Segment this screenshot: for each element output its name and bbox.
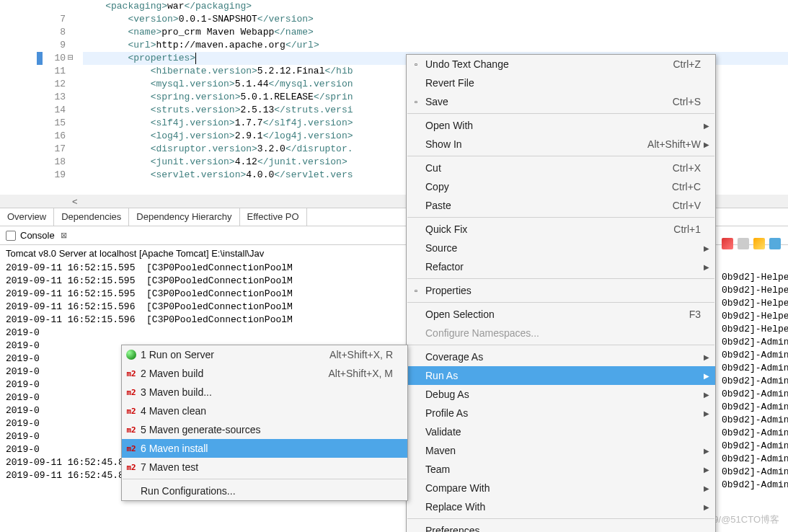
- menu-item-open-with[interactable]: Open With▶: [407, 116, 715, 135]
- maven-icon: m2: [125, 386, 137, 398]
- clear-console-icon[interactable]: [753, 238, 765, 249]
- menu-item-validate[interactable]: Validate: [407, 422, 715, 441]
- close-icon[interactable]: ⊠: [59, 231, 68, 240]
- menu-separator: [407, 113, 714, 114]
- maven-icon: m2: [125, 405, 137, 417]
- menu-item-source[interactable]: Source▶: [407, 239, 715, 257]
- console-title: Console: [20, 230, 55, 241]
- menu-separator: [407, 217, 714, 218]
- menu-item-compare-with[interactable]: Compare With▶: [407, 479, 715, 497]
- tab-dependencies[interactable]: Dependencies: [54, 208, 129, 226]
- menu-item-3-maven-build[interactable]: m23 Maven build...: [122, 383, 407, 402]
- menu-item-2-maven-build[interactable]: m22 Maven buildAlt+Shift+X, M: [122, 364, 407, 383]
- menu-item-profile-as[interactable]: Profile As▶: [407, 404, 715, 422]
- maven-icon: m2: [125, 461, 137, 473]
- tab-effective-po[interactable]: Effective PO: [240, 208, 307, 226]
- server-icon: [125, 349, 137, 360]
- menu-item-preferences[interactable]: Preferences...: [407, 521, 715, 532]
- tab-dependency-hierarchy[interactable]: Dependency Hierarchy: [129, 208, 239, 226]
- menu-item-open-selection[interactable]: Open SelectionF3: [407, 305, 715, 324]
- menu-item-team[interactable]: Team▶: [407, 460, 715, 479]
- menu-separator: [407, 345, 714, 345]
- menu-item-run-as[interactable]: Run As▶: [407, 366, 715, 385]
- menu-item-revert-file[interactable]: Revert File: [407, 74, 715, 92]
- editor-context-menu[interactable]: ▫Undo Text ChangeCtrl+ZRevert File▫SaveC…: [406, 54, 716, 532]
- menu-item-cut[interactable]: CutCtrl+X: [407, 159, 715, 177]
- menu-item-coverage-as[interactable]: Coverage As▶: [407, 347, 715, 366]
- menu-item-undo-text-change[interactable]: ▫Undo Text ChangeCtrl+Z: [407, 55, 715, 74]
- tab-overview[interactable]: Overview: [0, 208, 54, 226]
- menu-separator: [407, 278, 714, 279]
- code-line: 8 <name>pro_crm Maven Webapp</name>: [0, 26, 788, 39]
- menu-item-6-maven-install[interactable]: m26 Maven install: [122, 439, 407, 458]
- menu-separator: [407, 302, 714, 303]
- terminate-icon[interactable]: [722, 238, 733, 249]
- menu-item-run-configurations[interactable]: Run Configurations...: [122, 482, 407, 500]
- menu-separator: [407, 156, 714, 156]
- menu-item-7-maven-test[interactable]: m27 Maven test: [122, 458, 407, 476]
- menu-separator: [123, 479, 407, 479]
- code-line: 7 <version>0.0.1-SNAPSHOT</version>: [0, 13, 788, 26]
- scroll-lock-icon[interactable]: [769, 238, 781, 249]
- maven-icon: m2: [125, 368, 137, 379]
- menu-item-refactor[interactable]: Refactor▶: [407, 257, 715, 276]
- menu-item-maven[interactable]: Maven▶: [407, 441, 715, 460]
- console-toolbar: [722, 238, 785, 249]
- console-output-right: 0b9d2]-Helpe 0b9d2]-Helpe 0b9d2]-Helpe 0…: [716, 271, 788, 492]
- maven-icon: m2: [125, 424, 137, 435]
- menu-item-properties[interactable]: ▫Properties: [407, 281, 715, 300]
- menu-item-show-in[interactable]: Show InAlt+Shift+W▶: [407, 135, 715, 154]
- maven-icon: m2: [125, 443, 137, 454]
- code-line: 9 <url>http://maven.apache.org</url>: [0, 39, 788, 52]
- menu-item-copy[interactable]: CopyCtrl+C: [407, 177, 715, 196]
- menu-item-quick-fix[interactable]: Quick FixCtrl+1: [407, 220, 715, 239]
- menu-item-save[interactable]: ▫SaveCtrl+S: [407, 92, 715, 111]
- menu-item-replace-with[interactable]: Replace With▶: [407, 497, 715, 516]
- save-icon: ▫: [410, 96, 422, 107]
- code-line: <packaging>war</packaging>: [0, 0, 788, 13]
- menu-item-5-maven-generate-sources[interactable]: m25 Maven generate-sources: [122, 420, 407, 439]
- menu-item-configure-namespaces: Configure Namespaces...: [407, 324, 715, 342]
- menu-item-debug-as[interactable]: Debug As▶: [407, 385, 715, 404]
- console-icon: [6, 231, 16, 241]
- menu-separator: [407, 518, 714, 519]
- menu-item-4-maven-clean[interactable]: m24 Maven clean: [122, 402, 407, 420]
- menu-item-paste[interactable]: PasteCtrl+V: [407, 196, 715, 215]
- undo-icon: ▫: [410, 58, 422, 70]
- remove-launch-icon[interactable]: [738, 238, 749, 249]
- run-as-submenu[interactable]: 1 Run on ServerAlt+Shift+X, Rm22 Maven b…: [121, 345, 408, 501]
- menu-item-1-run-on-server[interactable]: 1 Run on ServerAlt+Shift+X, R: [122, 345, 407, 364]
- properties-icon: ▫: [410, 285, 422, 296]
